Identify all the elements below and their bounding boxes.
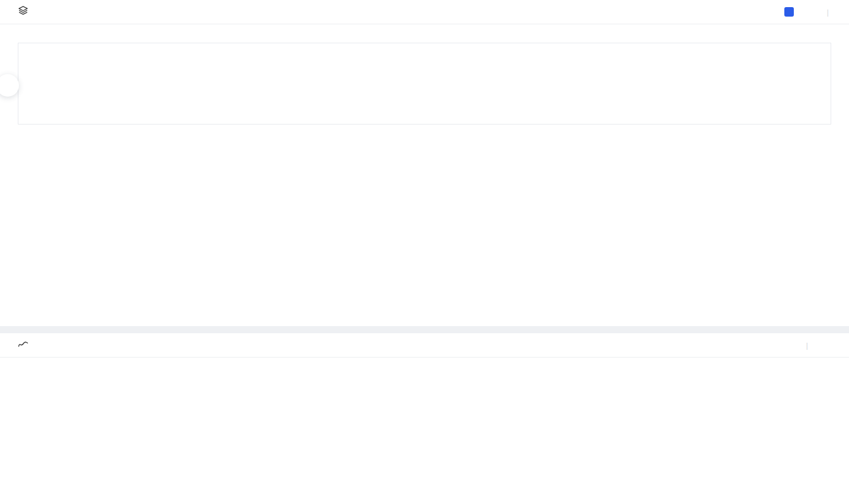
dashboard-page: { "colors": { "brand_blue": "#2B5CE8", "…: [0, 0, 849, 504]
shop-source-link[interactable]: [831, 381, 834, 390]
traffic-header-controls: |: [800, 341, 834, 350]
overall-dashboard-section: |: [0, 0, 849, 326]
view-toggle-divider: |: [827, 8, 829, 17]
traffic-source-panel: [561, 381, 834, 414]
layers-icon: [18, 5, 28, 18]
overall-trend-chart: [0, 153, 849, 310]
overall-header-controls: |: [784, 7, 834, 17]
metric-cards-row: [18, 43, 831, 125]
traffic-dashboard-section: |: [0, 333, 849, 504]
tab-divider: |: [806, 341, 808, 350]
traffic-trend-chart: [0, 415, 552, 504]
line-chart-icon: [18, 339, 28, 352]
peer-compare-checkbox[interactable]: [784, 7, 794, 17]
cards-prev-button[interactable]: [0, 74, 19, 97]
overall-header: |: [0, 0, 849, 24]
traffic-header: |: [0, 333, 849, 358]
